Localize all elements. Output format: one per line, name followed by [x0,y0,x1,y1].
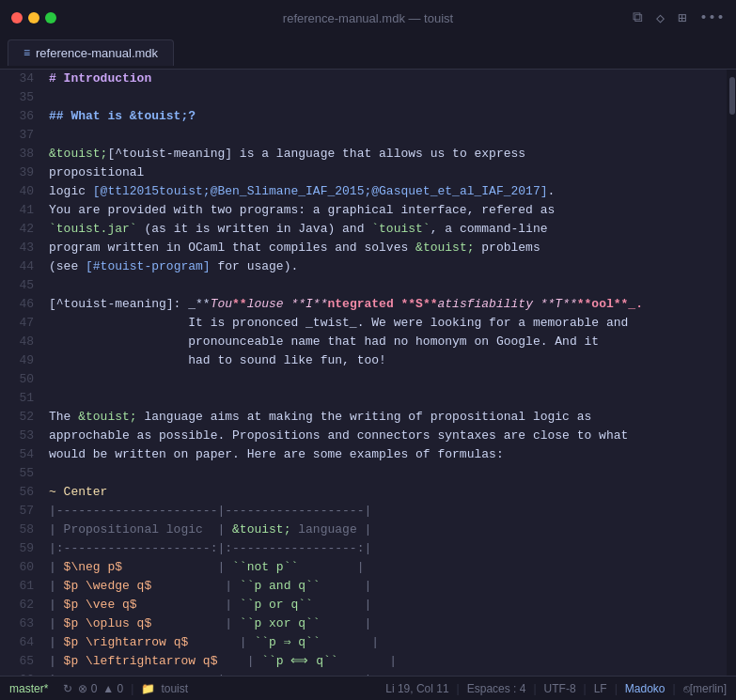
line-content[interactable]: | $p \rightarrow q$ | ``p ⇒ q`` | [49,633,727,652]
line-number: 59 [0,539,49,558]
token: ``p ⇒ q`` [254,635,320,649]
line-content[interactable]: &touist;[^touist-meaning] is a language … [49,145,727,163]
editor-container: 34# Introduction35 36## What is &touist;… [0,70,736,676]
token: [^touist-meaning]: _** [49,297,211,311]
line-content[interactable]: # Introduction [49,70,727,88]
table-row: 58| Propositional logic | &touist; langu… [0,521,727,539]
token: propositional [49,165,144,179]
language-mode[interactable]: Madoko [625,682,666,695]
line-content[interactable] [49,370,727,389]
token: | [338,654,397,668]
line-number: 58 [0,521,49,539]
titlebar-left [11,12,56,23]
line-number: 41 [0,201,49,220]
table-row: 47 It is prononced _twist_. We were look… [0,314,727,333]
line-number: 63 [0,614,49,633]
token: [#touist-program] [86,259,211,273]
line-content[interactable]: had to sound like fun, too! [49,351,727,370]
token: | [137,598,240,612]
table-row: 61| $p \wedge q$ | ``p and q`` | [0,577,727,596]
copy-icon[interactable]: ⧉ [633,9,643,26]
table-row: 65| $p \leftrightarrow q$ | ``p ⟺ q`` | [0,652,727,671]
token: | [49,579,64,593]
minimize-button[interactable] [28,12,39,23]
line-content[interactable]: | $p \leftrightarrow q$ | ``p ⟺ q`` | [49,652,727,671]
line-content[interactable]: |----------------------|----------------… [49,502,727,521]
line-content[interactable]: would be written on paper. Here are some… [49,445,727,464]
more-icon[interactable]: ••• [699,10,725,26]
token: . [548,184,556,198]
line-content[interactable] [49,126,727,145]
scrollbar[interactable] [727,70,736,676]
maximize-button[interactable] [45,12,56,23]
line-number: 46 [0,295,49,314]
table-row: 38&touist;[^touist-meaning] is a languag… [0,145,727,163]
table-row: 35 [0,88,727,107]
line-content[interactable]: | $\neg p$ | ``not p`` | [49,558,727,577]
line-content[interactable]: | $p \vee q$ | ``p or q`` | [49,596,727,614]
line-content[interactable]: | $p \oplus q$ | ``p xor q`` | [49,614,727,633]
layout-icon[interactable]: ⊞ [678,9,686,27]
line-content[interactable]: |:--------------------:|:---------------… [49,539,727,558]
scrollbar-thumb[interactable] [729,77,735,115]
token: ``p ⟺ q`` [261,654,337,668]
tabbar: ≡ reference-manual.mdk [0,36,736,70]
sync-icon[interactable]: ↻ [63,682,72,695]
line-content[interactable]: |----------------------|----------------… [49,671,727,676]
line-content[interactable]: pronounceable name that had no homonym o… [49,333,727,351]
line-content[interactable]: You are provided with two programs: a gr… [49,201,727,220]
token: would be written on paper. Here are some… [49,447,504,461]
table-row: 41You are provided with two programs: a … [0,201,727,220]
line-content[interactable]: It is prononced _twist_. We were looking… [49,314,727,333]
line-content[interactable]: | Propositional logic | &touist; languag… [49,521,727,539]
table-row: 52The &touist; language aims at making t… [0,408,727,427]
line-content[interactable] [49,276,727,295]
table-row: 37 [0,126,727,145]
token: ~ Center [49,485,107,499]
line-content[interactable]: propositional [49,163,727,182]
line-number: 35 [0,88,49,107]
line-content[interactable]: The &touist; language aims at making the… [49,408,727,427]
sep5: | [584,682,587,695]
file-icon: ≡ [23,46,30,59]
line-content[interactable] [49,389,727,408]
token: $p \wedge q$ [64,579,152,593]
line-content[interactable]: ~ Center [49,483,727,502]
line-number: 48 [0,333,49,351]
titlebar: reference-manual.mdk — touist ⧉ ◇ ⊞ ••• [0,0,736,36]
close-button[interactable] [11,12,23,23]
token: , a command-line [431,222,548,236]
line-content[interactable]: (see [#touist-program] for usage). [49,257,727,276]
line-content[interactable]: [^touist-meaning]: _**Tou**louse **I**nt… [49,295,727,314]
tab-reference-manual[interactable]: ≡ reference-manual.mdk [8,39,174,66]
token: | [321,635,379,649]
line-number: 50 [0,370,49,389]
table-row: 44(see [#touist-program] for usage). [0,257,727,276]
line-content[interactable] [49,88,727,107]
token: (see [49,259,86,273]
table-row: 66|----------------------|--------------… [0,671,727,676]
line-content[interactable]: program written in OCaml that compiles a… [49,239,727,257]
line-number: 66 [0,671,49,676]
table-row: 42`touist.jar` (as it is written in Java… [0,220,727,239]
line-content[interactable]: ## What is &touist;? [49,107,727,126]
token: | [49,598,64,612]
token: problems [475,241,540,255]
line-content[interactable]: approchable as possible. Propositions an… [49,427,727,445]
line-content[interactable]: | $p \wedge q$ | ``p and q`` | [49,577,727,596]
line-number: 61 [0,577,49,596]
table-row: 63| $p \oplus q$ | ``p xor q`` | [0,614,727,633]
token: **ool**_. [577,297,643,311]
bookmark-icon[interactable]: ◇ [656,9,665,27]
code-editor[interactable]: 34# Introduction35 36## What is &touist;… [0,70,727,676]
line-content[interactable]: logic [@ttl2015touist;@Ben_Slimane_IAF_2… [49,182,727,201]
line-content[interactable]: `touist.jar` (as it is written in Java) … [49,220,727,239]
folder-name: touist [161,682,188,695]
line-number: 53 [0,427,49,445]
token: approchable as possible. Propositions an… [49,428,628,443]
token: It is prononced _twist_. We were looking… [49,316,628,330]
token: ntegrated **S** [327,297,437,311]
window-title: reference-manual.mdk — touist [283,11,453,25]
token: |----------------------|----------------… [49,673,371,676]
line-content[interactable] [49,464,727,483]
